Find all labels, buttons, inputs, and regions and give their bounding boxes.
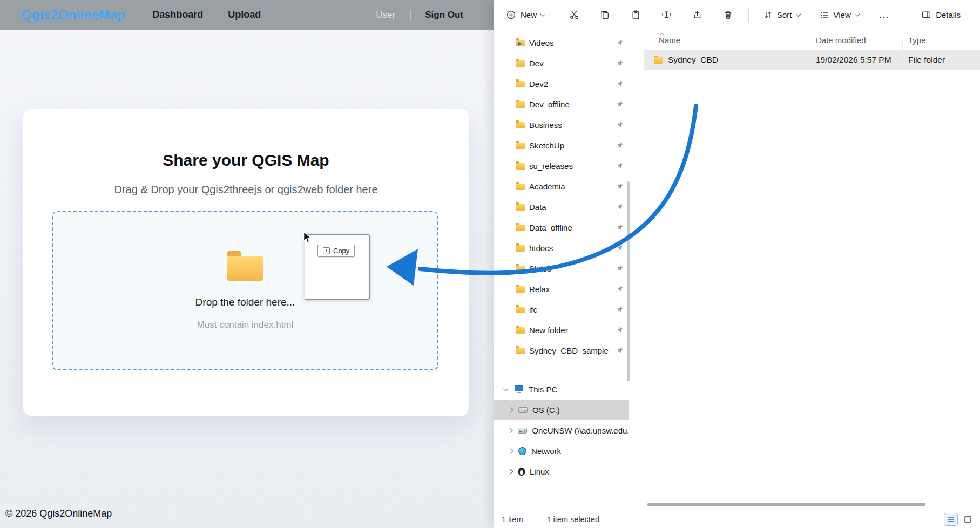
copy-button[interactable]: [595, 5, 614, 25]
folder-icon: [516, 204, 525, 211]
linux-penguin-icon: [518, 468, 525, 476]
sidebar-pinned-folder[interactable]: Slides: [494, 258, 629, 279]
signout-button[interactable]: Sign Out: [410, 10, 463, 21]
view-button[interactable]: View: [814, 6, 864, 24]
pin-icon: [616, 306, 624, 313]
sidebar-item-oneunsw-drive[interactable]: OneUNSW (\\ad.unsw.edu.a: [494, 420, 629, 441]
rename-icon: [661, 10, 672, 20]
new-label: New: [521, 10, 537, 19]
folder-icon: [516, 184, 525, 190]
sidebar-pinned-folder[interactable]: Business: [494, 114, 629, 135]
column-date-label: Date modified: [816, 36, 866, 45]
sidebar-pinned-folder[interactable]: su_releases: [494, 155, 629, 176]
rename-button[interactable]: [657, 5, 676, 25]
linux-label: Linux: [530, 467, 549, 476]
column-header-type[interactable]: Type: [908, 36, 980, 45]
explorer-toolbar: New: [494, 0, 980, 30]
folder-icon: [516, 101, 525, 108]
sidebar-pinned-folder[interactable]: Sydney_CBD_sample_hd_lc: [494, 340, 629, 361]
sidebar-pinned-folder[interactable]: Dev2: [494, 73, 629, 94]
pin-icon: [616, 224, 624, 231]
sidebar-item-label: New folder: [529, 326, 568, 335]
cut-icon: [569, 10, 579, 20]
sidebar-pinned-folder[interactable]: Relax: [494, 279, 629, 299]
sidebar-pinned-folder[interactable]: Dev: [494, 53, 629, 73]
pin-icon: [616, 80, 624, 87]
dropzone-text: Drop the folder here...: [53, 296, 437, 308]
sidebar-item-label: ifc: [529, 305, 537, 314]
pin-icon: [616, 182, 624, 190]
sidebar-item-label: su_releases: [529, 161, 573, 171]
pin-icon: [616, 141, 624, 149]
sidebar-pinned-folder[interactable]: SketchUp: [494, 135, 629, 155]
delete-button[interactable]: [718, 5, 738, 25]
sidebar-pinned-folder[interactable]: New folder: [494, 320, 629, 340]
cut-button[interactable]: [564, 5, 584, 25]
pin-icon: [616, 244, 624, 252]
sidebar-item-label: Sydney_CBD_sample_hd_lc: [529, 346, 612, 355]
folder-icon: [516, 245, 525, 252]
main-nav: Dashboard Upload: [152, 9, 261, 21]
chevron-right-icon: [508, 469, 513, 474]
share-button[interactable]: [687, 5, 707, 25]
sidebar-pinned-folder[interactable]: ifc: [494, 299, 629, 320]
sidebar-pinned-folder[interactable]: htdocs: [494, 238, 629, 258]
copy-label: Copy: [333, 247, 349, 255]
this-pc-label: This PC: [529, 385, 557, 394]
sidebar-pinned-folder[interactable]: Data: [494, 197, 629, 217]
upload-card: Share your QGIS Map Drag & Drop your Qgi…: [23, 109, 469, 416]
thumbnail-view-toggle[interactable]: [961, 513, 975, 526]
file-name-cell: Sydney_CBD: [644, 55, 816, 65]
brand-logo[interactable]: Qgis2OnlineMap: [22, 8, 125, 23]
paste-icon: [631, 10, 641, 20]
details-pane-button[interactable]: Details: [916, 6, 966, 24]
sidebar-item-this-pc[interactable]: This PC: [494, 379, 629, 400]
sidebar-item-os-c-drive[interactable]: OS (C:): [494, 400, 629, 420]
sort-icon: [763, 10, 773, 20]
sidebar-item-network[interactable]: Network: [494, 441, 629, 461]
chevron-down-icon: [540, 11, 546, 17]
drag-copy-badge: + Copy: [317, 245, 355, 257]
new-button[interactable]: New: [501, 6, 550, 24]
sidebar-item-label: Data: [529, 202, 546, 212]
drive-label: OS (C:): [532, 405, 560, 415]
plus-circle-icon: [506, 10, 516, 20]
view-label: View: [834, 10, 851, 19]
horizontal-scrollbar[interactable]: [647, 503, 925, 506]
item-count: 1 item: [502, 515, 523, 524]
sidebar-item-label: Academia: [529, 182, 565, 191]
sidebar-item-label: Data_offline: [529, 223, 572, 232]
page-title: Share your QGIS Map: [23, 151, 469, 170]
folder-icon: [516, 286, 525, 293]
nav-upload[interactable]: Upload: [228, 9, 261, 21]
sort-label: Sort: [777, 10, 792, 19]
folder-icon: [516, 163, 525, 170]
thumbnail-view-icon: [963, 515, 972, 524]
pin-icon: [616, 59, 624, 67]
navigation-pane: Videos Dev Dev2 Dev_offline: [494, 30, 629, 510]
column-header-name[interactable]: Name: [644, 36, 816, 45]
sort-button[interactable]: Sort: [758, 6, 806, 24]
details-view-toggle[interactable]: [944, 513, 958, 526]
folder-icon: [516, 60, 525, 67]
sidebar-scrollbar[interactable]: [627, 181, 630, 381]
sidebar-pinned-folder[interactable]: Videos: [494, 32, 629, 53]
sidebar-item-label: Dev2: [529, 79, 548, 89]
user-label: User: [376, 10, 395, 21]
sidebar-item-linux[interactable]: Linux: [494, 461, 629, 482]
nav-dashboard[interactable]: Dashboard: [152, 9, 203, 21]
more-options-button[interactable]: …: [873, 9, 896, 21]
sidebar-pinned-folder[interactable]: Academia: [494, 176, 629, 197]
chevron-right-icon: [508, 428, 513, 433]
folder-icon: [516, 307, 525, 313]
sidebar-item-label: SketchUp: [529, 141, 564, 150]
sidebar-pinned-folder[interactable]: Dev_offline: [494, 94, 629, 114]
sidebar-pinned-folder[interactable]: Data_offline: [494, 217, 629, 238]
column-header-date-modified[interactable]: Date modified: [816, 36, 908, 45]
drive-icon: [518, 407, 528, 413]
folder-icon: [516, 81, 525, 87]
paste-button[interactable]: [626, 5, 645, 25]
file-row-sydney-cbd[interactable]: Sydney_CBD 19/02/2026 5:57 PM File folde…: [644, 50, 980, 70]
folder-dropzone[interactable]: Drop the folder here... Must contain ind…: [52, 211, 438, 370]
page-subtitle: Drag & Drop your Qgis2threejs or qgis2we…: [23, 184, 469, 196]
